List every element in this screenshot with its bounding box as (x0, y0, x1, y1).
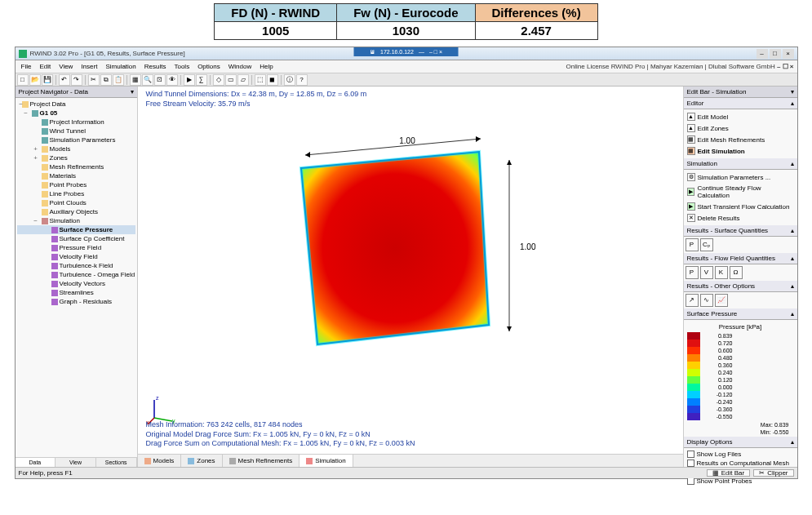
minimize-button[interactable]: – (757, 49, 768, 59)
surf-p-button[interactable]: P (686, 238, 699, 251)
run-icon[interactable]: ▶ (184, 74, 195, 86)
iso-icon[interactable]: ◇ (213, 74, 224, 86)
nav-pin-icon[interactable]: ▾ (131, 88, 134, 95)
other-vectors-button[interactable]: ↗ (686, 294, 699, 307)
vp-tab-zones[interactable]: Zones (181, 455, 222, 467)
nav-tab-sections[interactable]: Sections (96, 458, 137, 467)
top-icon[interactable]: ▱ (237, 74, 249, 86)
tree-project-data[interactable]: −Project Data (17, 100, 135, 109)
svg-marker-6 (301, 152, 489, 344)
flow-v-button[interactable]: V (700, 266, 713, 279)
menu-edit[interactable]: Edit (35, 61, 55, 72)
tree-materials[interactable]: Materials (17, 171, 135, 180)
redo-icon[interactable]: ↷ (71, 74, 82, 86)
tree-project-info[interactable]: Project Information (17, 118, 135, 127)
tree-simulation[interactable]: −Simulation (17, 216, 135, 225)
vp-tab-models[interactable]: Models (138, 455, 182, 467)
editbar-pin-icon[interactable]: ▾ (791, 88, 794, 95)
tree-wind-tunnel[interactable]: Wind Tunnel (17, 127, 135, 135)
viewport[interactable]: Wind Tunnel Dimensions: Dx = 42.38 m, Dy… (138, 87, 683, 467)
surf-cp-button[interactable]: Cₚ (700, 238, 713, 251)
open-icon[interactable]: 📂 (29, 74, 41, 86)
flow-k-button[interactable]: K (715, 266, 728, 279)
help-icon[interactable]: ? (296, 74, 308, 86)
tree-aux-objects[interactable]: Auxiliary Objects (17, 207, 135, 216)
vp-tab-mesh[interactable]: Mesh Refinements (223, 455, 300, 467)
tree-velocity-vectors[interactable]: Velocity Vectors (17, 279, 135, 288)
legend-value: 0.480 (700, 355, 733, 361)
tree-turb-k[interactable]: Turbulence-k Field (17, 261, 135, 270)
surf-pressure-title: Surface Pressure (687, 310, 738, 317)
view-icon[interactable]: 👁 (166, 74, 178, 86)
calc-icon[interactable]: ∑ (196, 74, 207, 86)
tree-surface-cp[interactable]: Surface Cp Coefficient (17, 234, 135, 243)
flow-omega-button[interactable]: Ω (730, 266, 743, 279)
menu-view[interactable]: View (55, 61, 77, 72)
fit-icon[interactable]: ⊡ (154, 74, 166, 86)
svg-text:z: z (156, 395, 159, 401)
nav-tree[interactable]: −Project Data −G1 05 Project Information… (16, 98, 137, 457)
vp-tab-simulation[interactable]: Simulation (300, 455, 353, 467)
menu-options[interactable]: Options (193, 61, 224, 72)
clipper-button[interactable]: ✂Clipper (753, 469, 793, 477)
delete-results[interactable]: ✕Delete Results (687, 212, 794, 224)
tree-model[interactable]: −G1 05 (17, 109, 135, 118)
menu-results[interactable]: Results (140, 61, 171, 72)
legend-value: 0.839 (700, 333, 733, 339)
svg-marker-1 (305, 152, 310, 158)
sim-parameters[interactable]: ⚙Simulation Parameters ... (687, 171, 794, 183)
menu-insert[interactable]: Insert (77, 61, 101, 72)
tree-streamlines[interactable]: Streamlines (17, 288, 135, 297)
menu-simulation[interactable]: Simulation (101, 61, 140, 72)
undo-icon[interactable]: ↶ (59, 74, 70, 86)
other-stream-button[interactable]: ∿ (700, 294, 713, 307)
tree-models[interactable]: +Models (17, 144, 135, 153)
other-graph-button[interactable]: 📈 (715, 294, 728, 307)
wire-icon[interactable]: ⬚ (255, 74, 266, 86)
collapse-icon[interactable]: ▴ (791, 100, 794, 107)
show-log-files[interactable]: Show Log Files (687, 450, 794, 459)
close-button[interactable]: × (783, 49, 794, 59)
cut-icon[interactable]: ✂ (88, 74, 100, 86)
tree-mesh-refinements[interactable]: Mesh Refinements (17, 162, 135, 171)
edit-simulation[interactable]: ▦Edit Simulation (687, 145, 794, 157)
maximize-button[interactable]: □ (770, 49, 781, 59)
tree-point-clouds[interactable]: Point Clouds (17, 198, 135, 207)
menu-window[interactable]: Window (224, 61, 255, 72)
zoom-icon[interactable]: 🔍 (142, 74, 153, 86)
tree-surface-pressure[interactable]: Surface Pressure (17, 225, 135, 234)
new-icon[interactable]: □ (17, 74, 29, 86)
tree-sim-params[interactable]: Simulation Parameters (17, 135, 135, 144)
save-icon[interactable]: 💾 (42, 74, 53, 86)
edit-zones[interactable]: ▲Edit Zones (687, 122, 794, 134)
tree-velocity-field[interactable]: Velocity Field (17, 252, 135, 261)
tree-pressure-field[interactable]: Pressure Field (17, 243, 135, 252)
tree-line-probes[interactable]: Line Probes (17, 189, 135, 198)
legend-row: 0.240 (687, 369, 794, 376)
legend-row: 0.000 (687, 384, 794, 391)
legend-swatch (687, 347, 700, 354)
tree-graph-residuals[interactable]: Graph - Residuals (17, 297, 135, 306)
tree-point-probes[interactable]: Point Probes (17, 180, 135, 189)
edit-model[interactable]: ▲Edit Model (687, 111, 794, 122)
shade-icon[interactable]: ◼ (267, 74, 278, 86)
edit-mesh-refinements[interactable]: ▦Edit Mesh Refinements (687, 134, 794, 145)
menu-help[interactable]: Help (255, 61, 277, 72)
legend-swatch (687, 398, 700, 406)
grid-icon[interactable]: ▦ (130, 74, 141, 86)
flow-p-button[interactable]: P (686, 266, 699, 279)
continue-steady-flow[interactable]: ▶Continue Steady Flow Calculation (687, 183, 794, 201)
tree-turb-omega[interactable]: Turbulence - Omega Field (17, 270, 135, 279)
tree-zones[interactable]: +Zones (17, 153, 135, 162)
menu-file[interactable]: File (17, 61, 36, 72)
editbar-toggle[interactable]: ▦Edit Bar (707, 469, 750, 477)
front-icon[interactable]: ▭ (225, 74, 237, 86)
start-transient-flow[interactable]: ▶Start Transient Flow Calculation (687, 201, 794, 212)
info-icon[interactable]: ⓘ (284, 74, 295, 86)
nav-tab-view[interactable]: View (55, 458, 96, 467)
edit-zones-icon: ▲ (687, 124, 695, 132)
menu-tools[interactable]: Tools (170, 61, 193, 72)
paste-icon[interactable]: 📋 (113, 74, 124, 86)
nav-tab-data[interactable]: Data (16, 458, 56, 467)
copy-icon[interactable]: ⧉ (100, 74, 112, 86)
